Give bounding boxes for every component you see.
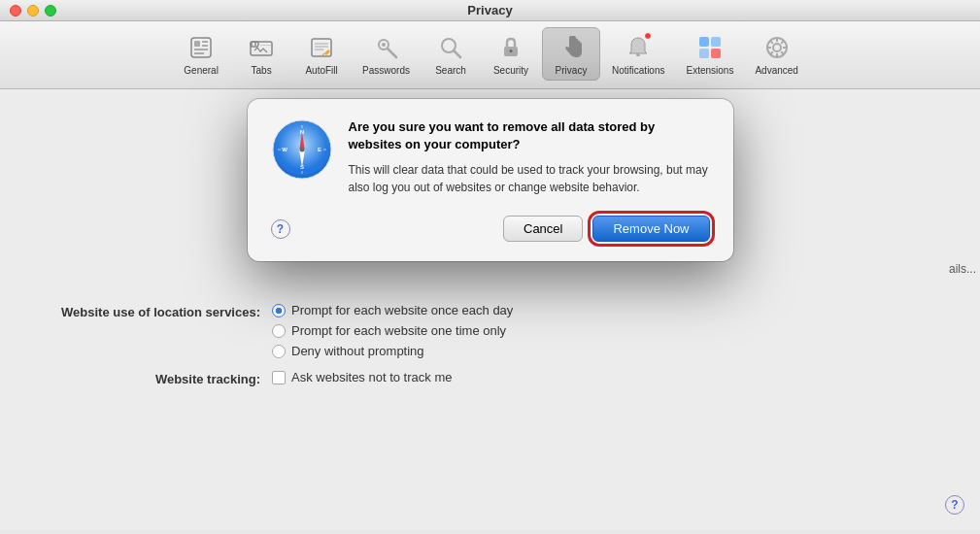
svg-rect-24 — [711, 37, 721, 47]
toolbar-label-advanced: Advanced — [755, 65, 797, 76]
modal-footer: ? Cancel Remove Now — [271, 212, 710, 242]
toolbar-item-advanced[interactable]: Advanced — [745, 28, 807, 80]
remove-highlight-box: Remove Now — [592, 216, 709, 242]
close-button[interactable] — [10, 5, 21, 17]
toolbar-item-autofill[interactable]: AutoFill — [292, 28, 351, 80]
svg-text:E: E — [317, 147, 321, 152]
toolbar-item-security[interactable]: Security — [482, 28, 540, 80]
svg-rect-23 — [699, 37, 709, 47]
toolbar-label-security: Security — [493, 65, 528, 76]
toolbar-label-tabs: Tabs — [252, 65, 272, 76]
window-controls[interactable] — [10, 5, 56, 17]
svg-rect-25 — [699, 49, 709, 58]
svg-line-36 — [770, 51, 773, 54]
cancel-button[interactable]: Cancel — [503, 216, 583, 242]
modal-dialog: N S E W Are you sure you want to remove … — [248, 99, 733, 261]
extensions-icon — [694, 32, 726, 63]
svg-point-49 — [299, 148, 304, 152]
modal-help-button[interactable]: ? — [271, 219, 290, 239]
general-icon — [186, 32, 217, 63]
toolbar-label-notifications: Notifications — [612, 65, 664, 76]
toolbar-item-passwords[interactable]: Passwords — [353, 28, 420, 80]
toolbar-label-privacy: Privacy — [556, 65, 588, 76]
toolbar-label-general: General — [184, 65, 219, 76]
svg-line-34 — [781, 51, 784, 54]
title-bar: Privacy — [0, 0, 980, 21]
svg-text:W: W — [282, 147, 287, 152]
toolbar-item-tabs[interactable]: Tabs — [232, 28, 290, 80]
svg-rect-1 — [194, 41, 200, 47]
modal-heading: Are you sure you want to remove all data… — [349, 118, 710, 153]
security-icon — [495, 32, 526, 63]
modal-text-area: Are you sure you want to remove all data… — [349, 118, 710, 196]
search-icon — [435, 32, 466, 63]
svg-rect-6 — [251, 42, 272, 55]
svg-rect-5 — [194, 52, 204, 54]
modal-body-text: This will clear data that could be used … — [349, 161, 710, 196]
toolbar-item-privacy[interactable]: Privacy — [542, 27, 600, 81]
toolbar-label-extensions: Extensions — [686, 65, 733, 76]
svg-rect-11 — [312, 39, 331, 56]
svg-rect-22 — [636, 53, 640, 56]
toolbar-item-notifications[interactable]: Notifications — [602, 28, 674, 80]
svg-line-35 — [781, 41, 784, 44]
autofill-icon — [306, 32, 337, 63]
maximize-button[interactable] — [45, 5, 56, 17]
minimize-button[interactable] — [27, 5, 39, 17]
toolbar-item-extensions[interactable]: Extensions — [676, 28, 743, 80]
toolbar-label-search: Search — [435, 65, 466, 76]
svg-rect-4 — [194, 49, 208, 50]
main-content: N S E W Are you sure you want to remove … — [0, 89, 980, 530]
advanced-icon — [761, 32, 793, 63]
privacy-icon — [556, 32, 587, 63]
svg-line-19 — [454, 50, 460, 57]
safari-icon: N S E W — [271, 118, 333, 181]
remove-now-button[interactable]: Remove Now — [592, 216, 709, 242]
toolbar: General Tabs Aut — [0, 21, 980, 89]
toolbar-label-autofill: AutoFill — [305, 65, 337, 76]
notifications-icon — [623, 32, 654, 63]
passwords-icon — [371, 32, 402, 63]
tabs-icon — [246, 32, 277, 63]
modal-body: N S E W Are you sure you want to remove … — [271, 118, 710, 196]
svg-rect-3 — [202, 45, 208, 47]
svg-line-15 — [322, 53, 324, 55]
svg-rect-2 — [202, 41, 208, 43]
toolbar-item-general[interactable]: General — [172, 28, 230, 80]
svg-rect-26 — [711, 49, 721, 58]
svg-point-17 — [382, 43, 386, 47]
svg-line-33 — [770, 41, 773, 44]
toolbar-label-passwords: Passwords — [362, 65, 410, 76]
svg-point-28 — [773, 44, 781, 51]
svg-point-21 — [510, 50, 513, 52]
toolbar-item-search[interactable]: Search — [422, 28, 480, 80]
modal-overlay: N S E W Are you sure you want to remove … — [0, 89, 980, 530]
window-title: Privacy — [467, 3, 512, 17]
